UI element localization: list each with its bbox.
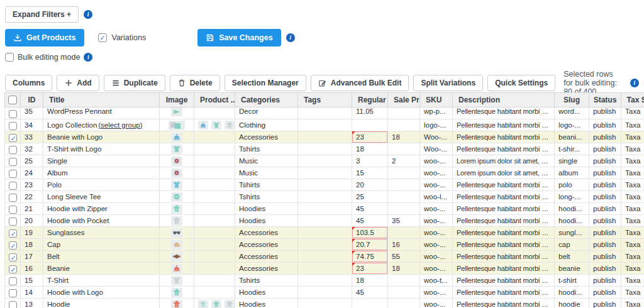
cell-id[interactable]: 19 [21, 227, 43, 239]
row-select-cell[interactable] [5, 119, 21, 131]
cell-sale[interactable]: 18 [388, 263, 420, 275]
cell-image[interactable] [160, 263, 194, 275]
column-header-title[interactable]: Title [43, 93, 160, 107]
album-thumbnail-icon[interactable] [171, 157, 182, 166]
cell-product[interactable] [194, 119, 235, 131]
cell-image[interactable] [160, 215, 194, 227]
cell-id[interactable]: 13 [21, 299, 43, 308]
tshirt-thumbnail-icon[interactable] [171, 180, 182, 190]
cell-tags[interactable] [298, 119, 352, 131]
cell-id[interactable]: 22 [21, 191, 43, 203]
cell-tags[interactable] [298, 107, 352, 119]
cell-product[interactable] [194, 179, 235, 191]
cell-regular[interactable]: 20 [352, 179, 388, 191]
cell-id[interactable]: 32 [21, 143, 43, 155]
column-header-tax-sta[interactable]: Tax Sta [621, 93, 644, 107]
cell-image[interactable] [160, 227, 194, 239]
cell-tax[interactable]: Taxa [621, 203, 644, 215]
row-checkbox[interactable] [9, 194, 17, 202]
cell-tax[interactable]: Taxa [621, 179, 644, 191]
cell-status[interactable]: publish [589, 119, 621, 131]
hoodie-thumbnail-icon[interactable] [225, 121, 235, 129]
album-thumbnail-icon[interactable] [171, 168, 182, 178]
row-checkbox[interactable] [9, 289, 17, 297]
quick-settings-button[interactable]: Quick Settings [487, 75, 555, 91]
cell-tax[interactable]: Taxa [621, 239, 644, 251]
row-checkbox[interactable] [9, 122, 17, 130]
cell-sale[interactable] [388, 203, 420, 215]
info-icon[interactable] [84, 53, 92, 62]
cell-title[interactable]: Sunglasses [43, 227, 160, 239]
cell-tax[interactable]: Taxa [621, 227, 644, 239]
cell-sale[interactable] [388, 287, 420, 299]
info-icon[interactable] [84, 10, 92, 19]
cell-title[interactable]: Hoodie with Zipper [43, 203, 160, 215]
cell-regular[interactable]: 23 [352, 263, 388, 275]
cell-description[interactable]: Pellentesque habitant morbi tristiq... [453, 119, 555, 131]
cell-image[interactable] [160, 299, 194, 308]
cell-image[interactable] [160, 119, 194, 131]
cell-categories[interactable]: Tshirts [235, 191, 298, 203]
cell-sku[interactable]: woo-... [420, 155, 453, 167]
cell-slug[interactable]: hoodi... [555, 215, 589, 227]
column-header-sale-price[interactable]: Sale Price [388, 93, 420, 107]
logo-collection-thumbnail-icon[interactable] [169, 121, 185, 130]
cell-image[interactable] [160, 179, 194, 191]
row-select-cell[interactable] [5, 107, 21, 119]
cell-status[interactable]: publish [589, 131, 621, 143]
cell-sku[interactable]: woo-... [420, 299, 453, 308]
cell-sale[interactable] [388, 143, 420, 155]
selection-manager-button[interactable]: Selection Manager [225, 75, 306, 91]
cell-sku[interactable]: woo-... [420, 287, 453, 299]
cell-sku[interactable]: woo-... [420, 263, 453, 275]
cell-slug[interactable]: cap [555, 239, 589, 251]
cell-slug[interactable]: logo-... [555, 119, 589, 131]
column-header-description[interactable]: Description [453, 93, 555, 107]
cell-tags[interactable] [298, 287, 352, 299]
cell-product[interactable] [194, 227, 235, 239]
column-header-regular[interactable]: Regular ... [352, 93, 388, 107]
row-select-cell[interactable] [5, 299, 21, 308]
cell-status[interactable]: publish [589, 215, 621, 227]
cell-sale[interactable]: 2 [388, 155, 420, 167]
cell-tax[interactable]: Taxa [621, 107, 644, 119]
cell-tags[interactable] [298, 191, 352, 203]
cell-sale[interactable]: 18 [388, 131, 420, 143]
beanie-thumbnail-icon[interactable] [198, 121, 208, 129]
cell-categories[interactable]: Music [235, 155, 298, 167]
variations-checkbox[interactable] [98, 33, 107, 42]
cell-categories[interactable]: Accessories [235, 263, 298, 275]
cell-title[interactable]: Hoodie with Pocket [43, 215, 160, 227]
cell-description[interactable]: Pellentesque habitant morbi tristiq... [453, 203, 555, 215]
cell-product[interactable] [194, 251, 235, 263]
cell-sku[interactable]: woo-... [420, 239, 453, 251]
cell-regular[interactable]: 18 [352, 143, 388, 155]
cell-categories[interactable]: Clothing [235, 119, 298, 131]
cell-tags[interactable] [298, 251, 352, 263]
row-select-cell[interactable] [5, 263, 21, 275]
cell-description[interactable]: Pellentesque habitant morbi tristiq... [453, 215, 555, 227]
cell-id[interactable]: 34 [21, 119, 43, 131]
cell-image[interactable] [160, 155, 194, 167]
cell-id[interactable]: 16 [21, 263, 43, 275]
cell-sale[interactable]: 55 [388, 251, 420, 263]
cell-tags[interactable] [298, 227, 352, 239]
cell-sale[interactable] [388, 191, 420, 203]
cell-description[interactable]: Lorem ipsum dolor sit amet, conse... [453, 167, 555, 179]
cell-status[interactable]: publish [589, 263, 621, 275]
cell-id[interactable]: 25 [21, 155, 43, 167]
cell-status[interactable]: publish [589, 227, 621, 239]
add-button[interactable]: Add [57, 75, 99, 91]
cell-tax[interactable]: Taxa [621, 167, 644, 179]
save-changes-button[interactable]: Save Changes [197, 29, 280, 47]
advanced-bulk-edit-button[interactable]: Advanced Bulk Edit [311, 75, 409, 91]
cell-tags[interactable] [298, 179, 352, 191]
cell-sale[interactable] [388, 275, 420, 287]
column-header-image[interactable]: Image [160, 93, 194, 107]
cell-regular[interactable] [352, 119, 388, 131]
cell-sale[interactable] [388, 227, 420, 239]
cell-product[interactable] [194, 155, 235, 167]
cell-image[interactable] [160, 239, 194, 251]
row-checkbox[interactable] [9, 170, 17, 178]
hoodie-thumbnail-icon[interactable] [198, 300, 208, 308]
